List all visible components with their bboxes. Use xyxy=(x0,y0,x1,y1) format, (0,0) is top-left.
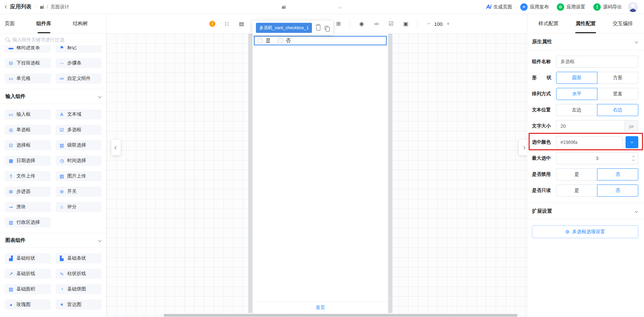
component-item-horizontal-progress[interactable]: ▬横向进度条 xyxy=(5,46,51,53)
paste-icon[interactable]: ⊞ xyxy=(335,21,342,27)
code-view-icon[interactable]: </> xyxy=(373,22,380,26)
component-item-checkbox[interactable]: ☑多选框 xyxy=(56,125,102,135)
component-item-cell[interactable]: ▭单元格 xyxy=(5,73,51,84)
page-selector-dropdown[interactable]: ai xyxy=(248,0,349,14)
tab-style-config[interactable]: 样式配置 xyxy=(538,14,558,33)
app-publish-button[interactable]: ✈应用发布 xyxy=(520,3,549,11)
is-readonly-option-1[interactable]: 否 xyxy=(597,184,638,197)
image-upload-icon: ▨ xyxy=(59,173,65,179)
search-icon xyxy=(5,38,9,42)
native-props-header-label: 原生属性 xyxy=(532,39,552,45)
component-item-basic-area-chart[interactable]: ▨基础面积 xyxy=(5,284,51,294)
is-disabled-option-0[interactable]: 是 xyxy=(556,168,597,180)
tab-structure-tree[interactable]: 结构树 xyxy=(73,14,88,33)
horizontal-scrollbar[interactable] xyxy=(164,314,518,317)
component-item-radio-box[interactable]: ◎单选框 xyxy=(5,125,51,135)
back-to-app-list[interactable]: 应用列表 xyxy=(5,3,32,10)
app-settings-button[interactable]: ⚙应用设置 xyxy=(557,3,585,11)
extended-settings-header[interactable]: 扩展设置 xyxy=(527,203,644,219)
trash-icon[interactable] xyxy=(316,27,320,31)
textarea-label: 文本域 xyxy=(67,111,82,117)
zoom-out-button[interactable]: − xyxy=(427,21,430,27)
component-item-image-upload[interactable]: ▨图片上传 xyxy=(56,171,102,181)
tab-props-config[interactable]: 属性配置 xyxy=(576,14,596,33)
font-size-label: 文字大小 xyxy=(532,123,551,129)
component-item-steps-bar[interactable]: ⋯步骤条 xyxy=(56,58,102,68)
component-item-file-upload[interactable]: ⇧文件上传 xyxy=(5,171,51,181)
checked-color-picker-button[interactable] xyxy=(626,136,638,148)
tab-pages[interactable]: 页面 xyxy=(5,14,15,33)
group-input-components[interactable]: 输入组件 xyxy=(0,89,106,104)
component-item-rate[interactable]: ☆评分 xyxy=(56,202,102,212)
preview-icon[interactable]: ◉ xyxy=(358,21,365,27)
phone-page[interactable]: 是否 首页 xyxy=(253,34,388,313)
checkbox-options-settings-button[interactable]: ⚙多选框选项设置 xyxy=(532,225,638,238)
component-item-cascader[interactable]: ▥级联选择 xyxy=(56,140,102,150)
checkbox-icon: ☑ xyxy=(59,127,65,133)
component-item-radar-chart[interactable]: ✶雷达图 xyxy=(56,300,102,310)
shape-option-1[interactable]: 方形 xyxy=(597,72,638,84)
component-item-district-select[interactable]: ▥行政区选择 xyxy=(5,217,51,227)
save-icon[interactable]: ▤ xyxy=(238,21,245,27)
text-position-option-1[interactable]: 右边 xyxy=(597,104,638,116)
avatar[interactable] xyxy=(628,2,638,12)
component-item-dropdown-filter[interactable]: ⊟下拉筛选框 xyxy=(5,58,51,68)
component-item-time-picker[interactable]: ◷时间选择 xyxy=(56,156,102,166)
component-row: ⊞步进器⊜开关 xyxy=(5,187,102,197)
component-item-stepper[interactable]: ⊞步进器 xyxy=(5,187,51,197)
text-position-option-0[interactable]: 左边 xyxy=(556,104,597,116)
cascader-icon: ▥ xyxy=(59,143,65,148)
page-check-icon[interactable]: ☑ xyxy=(388,21,394,27)
tab-component-library[interactable]: 组件库 xyxy=(36,14,51,33)
checked-color-input[interactable]: #1989fa xyxy=(556,136,623,148)
component-item-basic-pie-chart[interactable]: ◔基础饼图 xyxy=(56,284,102,294)
radio-box-icon: ◎ xyxy=(8,127,14,133)
arrangement-option-1[interactable]: 竖直 xyxy=(597,88,638,100)
spinner-down-icon[interactable] xyxy=(632,159,634,161)
component-item-select-box[interactable]: ⊡选择框 xyxy=(5,140,51,150)
component-item-tag-mark[interactable]: ⚑标记 xyxy=(56,46,102,53)
component-name-input[interactable]: 多选框 xyxy=(556,56,638,68)
component-item-slider[interactable]: ⊸滑块 xyxy=(5,202,51,212)
breadcrumb-separator: / xyxy=(47,4,48,10)
collapse-right-panel-handle[interactable] xyxy=(519,140,527,155)
source-export-button[interactable]: ↥源码导出 xyxy=(593,3,622,11)
is-readonly-row: 是否只读是否 xyxy=(532,184,638,197)
component-list[interactable]: ▬横向进度条⚑标记⊟下拉筛选框⋯步骤条▭单元格≔自定义组件输入组件▭输入框A文本… xyxy=(0,46,106,317)
component-item-custom-component[interactable]: ≔自定义组件 xyxy=(56,73,102,84)
component-item-basic-line-chart[interactable]: ↗基础折线 xyxy=(5,269,51,279)
component-item-date-picker[interactable]: ▦日期选择 xyxy=(5,156,51,166)
unlock-icon[interactable]: □ xyxy=(223,21,230,27)
arrangement-option-0[interactable]: 水平 xyxy=(556,88,597,100)
header-divider xyxy=(36,4,36,9)
component-item-switch[interactable]: ⊜开关 xyxy=(56,187,102,197)
component-item-rose-chart[interactable]: ◕玫瑰图 xyxy=(5,300,51,310)
spinner-up-icon[interactable] xyxy=(632,156,634,158)
search-input[interactable] xyxy=(12,37,101,42)
frame-icon[interactable]: ▣ xyxy=(402,21,409,27)
generate-page-button[interactable]: Ai生成页面 xyxy=(486,4,512,10)
font-size-input[interactable]: 20px xyxy=(556,120,638,132)
component-item-bar-line-chart[interactable]: ∿柱状折线 xyxy=(56,269,102,279)
checkbox-option-1[interactable]: 否 xyxy=(277,38,291,44)
info-icon[interactable]: i xyxy=(209,21,215,27)
rate-label: 评分 xyxy=(67,204,77,210)
component-item-basic-bar-chart[interactable]: ▟基础柱状 xyxy=(5,253,51,263)
zoom-in-button[interactable]: + xyxy=(446,21,449,27)
phone-tabbar[interactable]: 首页 xyxy=(253,302,388,313)
native-props-header[interactable]: 原生属性 xyxy=(527,34,644,50)
is-readonly-option-0[interactable]: 是 xyxy=(556,184,597,197)
group-chart-components[interactable]: 图表组件 xyxy=(0,233,106,248)
component-item-textarea[interactable]: A文本域 xyxy=(56,109,102,119)
checkbox-option-0[interactable]: 是 xyxy=(257,38,271,44)
shape-option-0[interactable]: 圆形 xyxy=(556,72,597,84)
component-item-input-box[interactable]: ▭输入框 xyxy=(5,109,51,119)
collapse-left-panel-handle[interactable] xyxy=(111,140,121,155)
component-item-basic-hbar-chart[interactable]: ▙基础条状 xyxy=(56,253,102,263)
tab-interaction-config[interactable]: 交互编排 xyxy=(613,14,633,33)
copy-icon[interactable] xyxy=(325,26,328,30)
max-checked-input[interactable]: 3 xyxy=(556,152,638,164)
component-name-row: 组件名称多选框 xyxy=(532,56,638,68)
selected-checkbox-component[interactable]: 是否 xyxy=(254,36,387,45)
is-disabled-option-1[interactable]: 否 xyxy=(597,168,638,180)
